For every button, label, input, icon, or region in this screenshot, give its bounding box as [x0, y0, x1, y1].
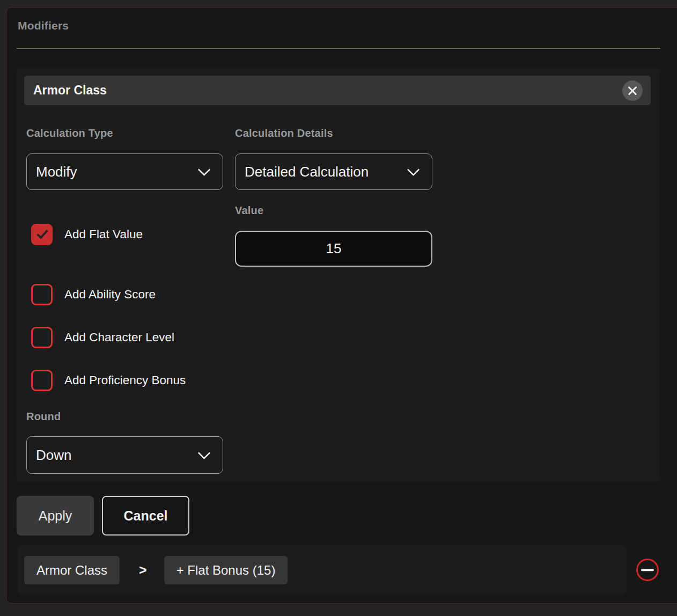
add-ability-score-checkbox[interactable]	[31, 284, 53, 305]
round-select[interactable]: Down	[26, 436, 223, 474]
checkbox-label: Add Character Level	[64, 331, 174, 344]
chevron-down-icon	[407, 163, 420, 176]
remove-modifier-button[interactable]	[636, 559, 659, 581]
modifier-separator: >	[139, 562, 147, 578]
checkbox-row-add-character-level: Add Character Level	[31, 327, 174, 348]
modifiers-panel: Modifiers Armor Class Calculation Type C…	[6, 7, 677, 604]
modifier-effect-chip[interactable]: + Flat Bonus (15)	[164, 556, 288, 584]
calculation-type-value: Modify	[36, 164, 77, 180]
chevron-down-icon	[197, 163, 210, 176]
panel-title: Modifiers	[18, 19, 69, 32]
check-icon	[36, 227, 48, 239]
checkbox-row-add-flat-value: Add Flat Value	[31, 224, 143, 245]
add-flat-value-checkbox[interactable]	[31, 224, 53, 245]
round-label: Round	[26, 410, 61, 423]
calculation-details-value: Detailed Calculation	[245, 164, 369, 180]
value-label: Value	[235, 204, 263, 217]
chevron-down-icon	[197, 446, 210, 459]
calculation-type-label: Calculation Type	[26, 127, 113, 140]
add-proficiency-bonus-checkbox[interactable]	[31, 370, 53, 391]
modifier-header-bar: Armor Class	[24, 76, 651, 105]
modifier-target-chip[interactable]: Armor Class	[24, 556, 120, 584]
checkbox-row-add-proficiency-bonus: Add Proficiency Bonus	[31, 370, 186, 391]
value-input[interactable]	[235, 231, 432, 267]
round-value: Down	[36, 447, 71, 464]
divider	[17, 48, 660, 49]
applied-modifier-row: Armor Class > + Flat Bonus (15)	[18, 545, 627, 595]
calculation-details-select[interactable]: Detailed Calculation	[235, 153, 432, 190]
calculation-details-label: Calculation Details	[235, 127, 333, 140]
checkbox-label: Add Ability Score	[64, 288, 156, 302]
calculation-type-select[interactable]: Modify	[26, 153, 223, 190]
modifier-target-title: Armor Class	[33, 83, 107, 98]
checkbox-row-add-ability-score: Add Ability Score	[31, 284, 156, 305]
cancel-button[interactable]: Cancel	[102, 496, 189, 536]
checkbox-label: Add Flat Value	[64, 228, 143, 241]
minus-circle-icon	[641, 569, 654, 571]
close-icon[interactable]	[622, 80, 643, 101]
modifier-editor: Armor Class Calculation Type Calculation…	[17, 67, 659, 482]
apply-button[interactable]: Apply	[17, 496, 94, 536]
add-character-level-checkbox[interactable]	[31, 327, 53, 348]
checkbox-label: Add Proficiency Bonus	[64, 373, 186, 387]
